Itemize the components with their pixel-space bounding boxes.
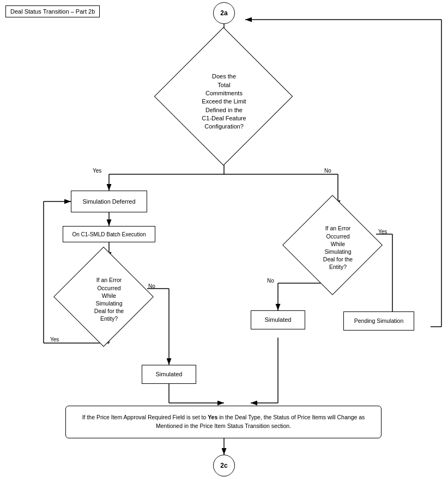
- connector-2a: 2a: [213, 2, 235, 24]
- diamond2-right: If an ErrorOccurredWhileSimulatingDeal f…: [289, 207, 387, 289]
- simulated-right-box: Simulated: [251, 310, 305, 329]
- simulation-deferred-box: Simulation Deferred: [71, 191, 147, 212]
- diamond1-text: Does theTotalCommitmentsExceed the Limit…: [202, 72, 246, 131]
- bottom-text: If the Price Item Approval Required Fiel…: [71, 413, 376, 431]
- pending-simulation-box: Pending Simulation: [343, 311, 414, 331]
- label-yes-d3: Yes: [378, 229, 387, 235]
- diamond2-left: If an ErrorOccurredWhileSimulatingDeal f…: [60, 259, 158, 340]
- label-no-d2: No: [148, 283, 155, 289]
- label-no-d3: No: [267, 278, 274, 284]
- title-text: Deal Status Transition – Part 2b: [10, 8, 95, 15]
- diamond1: Does theTotalCommitmentsExceed the Limit…: [158, 45, 290, 159]
- connector-2c: 2c: [213, 455, 235, 476]
- diamond2-right-text: If an ErrorOccurredWhileSimulatingDeal f…: [323, 224, 353, 271]
- simulated-left-box: Simulated: [142, 365, 196, 384]
- batch-execution-box: On C1-SMLD Batch Execution: [63, 226, 155, 242]
- title-box: Deal Status Transition – Part 2b: [5, 5, 100, 17]
- label-yes-main: Yes: [93, 168, 101, 174]
- label-no-main: No: [324, 168, 331, 174]
- diagram-container: Deal Status Transition – Part 2b 2a Does…: [0, 0, 448, 477]
- bottom-info-box: If the Price Item Approval Required Fiel…: [65, 406, 382, 438]
- diamond2-left-text: If an ErrorOccurredWhileSimulatingDeal f…: [94, 276, 124, 322]
- label-yes-d2: Yes: [50, 337, 59, 343]
